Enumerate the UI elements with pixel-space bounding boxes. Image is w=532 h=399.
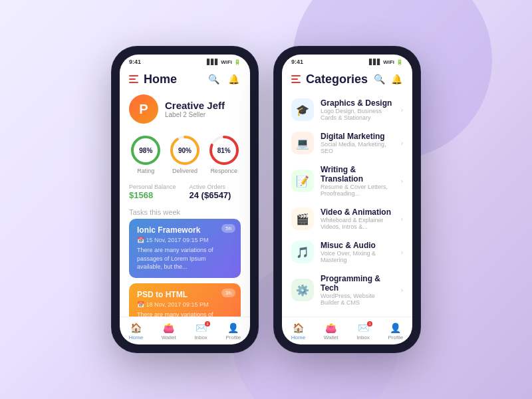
cat-writing-translation[interactable]: 📝 Writing & Translation Resume & Cover L… <box>282 160 412 202</box>
task-desc-ionic: There are many variations of passages of… <box>137 246 233 271</box>
categories-screen: 9:41 ▋▋▋ WiFi 🔋 Categories 🔍 🔔 <box>282 55 412 344</box>
cat-nav-profile[interactable]: 👤 Profile <box>388 323 403 340</box>
rating-circle: 98% <box>130 134 162 166</box>
home-nav-profile[interactable]: 👤 Profile <box>225 323 241 340</box>
home-nav-profile-label: Profile <box>225 334 241 340</box>
home-screen: 9:41 ▋▋▋ WiFi 🔋 Home 🔍 🔔 <box>120 55 250 344</box>
categories-menu-button[interactable] <box>291 75 301 83</box>
task-card-psd[interactable]: 3h PSD to HTML 📅 18 Nov, 2017 09:15 PM T… <box>129 283 241 317</box>
personal-balance-label: Personal Balance <box>129 184 176 190</box>
cat-graphics-design-1[interactable]: 🎓 Graphics & Design Logo Design, Busines… <box>282 93 412 126</box>
cat-arrow-writing: › <box>401 178 403 185</box>
home-nav-inbox[interactable]: ✉️ 3 Inbox <box>194 323 207 340</box>
menu-line-3 <box>129 82 138 83</box>
cat-arrow-programming: › <box>401 287 403 294</box>
delivered-circle: 90% <box>169 134 201 166</box>
home-nav-inbox-label: Inbox <box>194 334 207 340</box>
time-home: 9:41 <box>129 59 141 65</box>
task-card-ionic[interactable]: 5h Ionic Framework 📅 15 Nov, 2017 09:15 … <box>129 219 241 278</box>
cat-sub-music: Voice Over, Mixing & Mastering <box>321 250 394 263</box>
signal-icon-cat: ▋▋▋ <box>369 59 381 65</box>
cat-sub-digital: Social Media, Marketing, SEO <box>321 141 394 154</box>
cat-video-animation[interactable]: 🎬 Video & Animation Whiteboard & Explain… <box>282 202 412 235</box>
cat-nav-home-icon: 🏠 <box>293 323 304 333</box>
cat-inbox-badge-dot: 3 <box>367 321 372 327</box>
balance-row: Personal Balance $1568 Active Orders 24 … <box>120 181 250 205</box>
stat-delivered: 90% Delivered <box>169 134 201 174</box>
cat-text-programming: Programming & Tech WordPress, Website Bu… <box>321 274 394 306</box>
rating-label: Rating <box>137 168 154 174</box>
task-badge-psd: 3h <box>221 289 235 297</box>
home-nav-home-label: Home <box>129 334 143 340</box>
active-orders-label: Active Orders <box>190 184 231 190</box>
cat-nav-home-label: Home <box>291 334 305 340</box>
phones-container: 9:41 ▋▋▋ WiFi 🔋 Home 🔍 🔔 <box>112 47 420 352</box>
cat-nav-inbox-label: Inbox <box>356 334 370 340</box>
status-bar-categories: 9:41 ▋▋▋ WiFi 🔋 <box>282 55 412 66</box>
delivered-value: 90% <box>169 134 201 166</box>
home-nav-wallet-label: Wallet <box>162 334 176 340</box>
categories-title: Categories <box>306 72 368 86</box>
tasks-header: Tasks this week <box>120 205 250 219</box>
wifi-icon-cat: WiFi <box>383 59 394 65</box>
home-top-nav: Home 🔍 🔔 <box>120 66 250 90</box>
cat-programming-tech[interactable]: ⚙️ Programming & Tech WordPress, Website… <box>282 269 412 311</box>
categories-bottom-nav: 🏠 Home 👛 Wallet ✉️ 3 Inbox 👤 Profile <box>282 317 412 344</box>
cat-arrow-digital: › <box>401 140 403 147</box>
rating-value: 98% <box>130 134 162 166</box>
cat-music-audio[interactable]: 🎵 Misuc & Audio Voice Over, Mixing & Mas… <box>282 235 412 269</box>
battery-icon-cat: 🔋 <box>396 59 403 65</box>
cat-icon-writing: 📝 <box>291 170 314 192</box>
cat-menu-line-1 <box>291 75 301 76</box>
categories-list: 🎓 Graphics & Design Logo Design, Busines… <box>282 90 412 317</box>
tasks-section: Tasks this week 5h Ionic Framework 📅 15 … <box>120 205 250 317</box>
cat-sub-graphics-1: Logo Design, Business Cards & Stationary <box>321 108 394 121</box>
cat-sub-programming: WordPress, Website Builder & CMS <box>321 293 394 306</box>
cat-digital-marketing[interactable]: 💻 Digital Marketing Social Media, Market… <box>282 126 412 160</box>
cat-nav-wallet-label: Wallet <box>324 334 338 340</box>
task-desc-psd: There are many variations of passages of… <box>137 311 233 317</box>
search-button[interactable]: 🔍 <box>206 72 221 86</box>
home-nav-home-icon: 🏠 <box>130 323 142 333</box>
task-title-psd: PSD to HTML <box>137 290 233 299</box>
menu-line-1 <box>129 75 138 76</box>
tasks-list: 5h Ionic Framework 📅 15 Nov, 2017 09:15 … <box>120 219 250 317</box>
categories-top-nav: Categories 🔍 🔔 <box>282 66 412 90</box>
profile-name: Creative Jeff <box>165 100 225 111</box>
cat-business[interactable]: 💼 Business Virtual Assistant, Market Res… <box>282 311 412 317</box>
cat-sub-writing: Resume & Cover Letters, Proofreading... <box>321 184 394 197</box>
cat-name-graphics-1: Graphics & Design <box>321 98 394 108</box>
response-circle: 81% <box>208 134 240 166</box>
categories-search-button[interactable]: 🔍 <box>373 72 385 86</box>
stats-row: 98% Rating 90% Delivered <box>120 130 250 181</box>
active-orders: Active Orders 24 ($6547) <box>190 184 231 200</box>
home-nav-wallet-icon: 👛 <box>163 323 174 333</box>
inbox-badge-dot: 3 <box>205 321 210 327</box>
cat-menu-line-3 <box>291 82 301 83</box>
active-orders-value: 24 ($6547) <box>190 190 231 200</box>
status-bar-home: 9:41 ▋▋▋ WiFi 🔋 <box>120 55 250 66</box>
categories-bell-button[interactable]: 🔔 <box>391 72 403 86</box>
menu-button[interactable] <box>129 75 138 83</box>
cat-name-digital: Digital Marketing <box>321 132 394 141</box>
cat-nav-inbox[interactable]: ✉️ 3 Inbox <box>356 323 370 340</box>
cat-icon-music: 🎵 <box>291 241 314 263</box>
cat-nav-wallet[interactable]: 👛 Wallet <box>324 323 338 340</box>
cat-nav-profile-label: Profile <box>388 334 403 340</box>
cat-arrow-graphics-1: › <box>401 106 403 114</box>
cat-nav-profile-icon: 👤 <box>390 323 401 333</box>
home-nav-wallet[interactable]: 👛 Wallet <box>162 323 176 340</box>
response-value: 81% <box>208 134 240 166</box>
battery-icon: 🔋 <box>234 59 241 65</box>
cat-arrow-video: › <box>401 215 403 223</box>
bell-button[interactable]: 🔔 <box>226 72 241 86</box>
home-bottom-nav: 🏠 Home 👛 Wallet ✉️ 3 Inbox 👤 Profile <box>120 317 250 344</box>
cat-name-video: Video & Animation <box>321 207 394 217</box>
time-categories: 9:41 <box>291 59 303 65</box>
cat-icon-graphics-1: 🎓 <box>291 98 314 121</box>
home-nav-home[interactable]: 🏠 Home <box>129 323 143 340</box>
stat-rating: 98% Rating <box>130 134 162 174</box>
cat-nav-home[interactable]: 🏠 Home <box>291 323 305 340</box>
cat-text-digital: Digital Marketing Social Media, Marketin… <box>321 132 394 154</box>
cat-menu-line-2 <box>291 78 298 80</box>
